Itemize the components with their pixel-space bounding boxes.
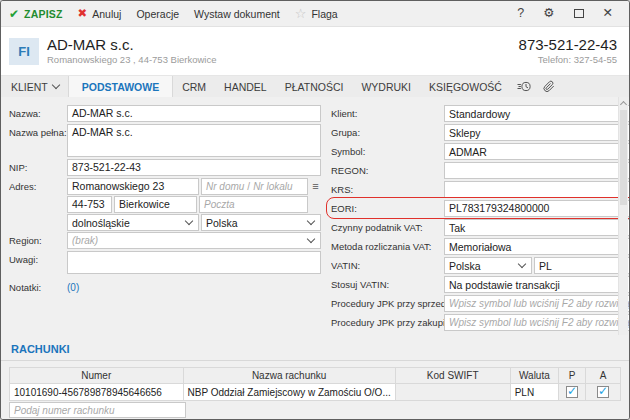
czynny-podatnik-vat-value: Tak	[449, 222, 465, 234]
cancel-label: Anuluj	[92, 8, 121, 20]
new-account-number-input[interactable]: Podaj numer rachunku	[9, 402, 186, 418]
gear-icon[interactable]: ⚙	[543, 7, 554, 20]
cancel-button[interactable]: ✖ Anuluj	[78, 8, 122, 20]
uwagi-textarea[interactable]	[67, 251, 321, 274]
symbol-input[interactable]: ADMAR ≡	[444, 143, 629, 160]
tab-handel[interactable]: HANDEL	[215, 76, 276, 97]
nazwa-label: Nazwa:	[9, 105, 67, 122]
wojewodztwo-select[interactable]: dolnośląskie	[67, 214, 199, 231]
tab-bar: KLIENT PODSTAWOWE CRM HANDEL PŁATNOŚCI W…	[1, 75, 629, 97]
issue-document-button[interactable]: Wystaw dokument	[194, 8, 280, 20]
symbol-value: ADMAR	[449, 146, 487, 158]
house-unit-number-input[interactable]: Nr domu/Nr lokalu	[201, 178, 308, 195]
tab-ksiegowosc[interactable]: KSIĘGOWOŚĆ	[420, 76, 511, 97]
help-button[interactable]: ?	[517, 7, 524, 20]
operations-label: Operacje	[136, 8, 179, 20]
klient-value: Standardowy	[449, 108, 510, 120]
column-header-a: A	[585, 368, 620, 384]
krs-input[interactable]	[444, 181, 629, 198]
flag-label: Flaga	[311, 8, 337, 20]
account-a-cell	[585, 384, 620, 401]
number-separator: /	[247, 181, 250, 192]
tab-podstawowe[interactable]: PODSTAWOWE	[68, 76, 173, 97]
header-address: Romanowskiego 23 , 44-753 Bierkowice	[47, 54, 519, 66]
chevron-down-icon	[307, 235, 315, 243]
klient-label: Klient:	[331, 105, 444, 122]
vatin-country-select[interactable]: Polska	[444, 257, 532, 274]
flag-button[interactable]: ☆ Flaga	[295, 7, 338, 20]
unit-number-placeholder: Nr lokalu	[253, 181, 292, 192]
form-column-left: Nazwa: AD-MAR s.c. Nazwa pełna: AD-MAR s…	[1, 97, 321, 336]
nip-input[interactable]: 873-521-22-43	[67, 159, 321, 176]
checkbox-a-checked[interactable]	[597, 386, 609, 398]
kraj-value: Polska	[206, 217, 238, 229]
nazwa-pelna-textarea[interactable]: AD-MAR s.c.	[67, 124, 321, 157]
adres-label: Adres:	[9, 178, 67, 195]
notatki-count-link[interactable]: (0)	[67, 279, 79, 293]
notatki-label: Notatki:	[9, 279, 67, 293]
tab-crm[interactable]: CRM	[173, 76, 215, 97]
city-input[interactable]: Bierkowice	[114, 196, 197, 213]
poczta-placeholder: Poczta	[204, 199, 235, 210]
czynny-podatnik-vat-select[interactable]: Tak	[444, 219, 629, 236]
chevron-down-icon	[307, 217, 315, 225]
regon-input[interactable]	[444, 162, 629, 179]
zip-input[interactable]: 44-753	[67, 196, 112, 213]
chevron-down-icon	[518, 260, 526, 268]
record-header: FI AD-MAR s.c. Romanowskiego 23 , 44-753…	[1, 27, 629, 75]
grupa-label: Grupa:	[331, 124, 444, 141]
vatin-code-input[interactable]: PL ≡	[534, 257, 629, 274]
tab-klient-selector[interactable]: KLIENT	[1, 76, 68, 97]
history-icon[interactable]	[511, 76, 537, 97]
close-button[interactable]: ✕	[603, 7, 613, 20]
account-swift-cell[interactable]	[395, 384, 510, 401]
app-window: ✔ ZAPISZ ✖ Anuluj Operacje Wystaw dokume…	[0, 0, 630, 420]
czynny-podatnik-vat-label: Czynny podatnik VAT:	[331, 219, 444, 236]
operations-menu-button[interactable]: Operacje	[136, 8, 179, 20]
check-icon: ✔	[9, 8, 19, 20]
account-name-cell[interactable]: NBP Oddział Zamiejscowy w Zamościu O/O..…	[183, 384, 395, 401]
scrollbar-up-arrow[interactable]	[619, 97, 628, 109]
new-account-row: Podaj numer rachunku	[9, 402, 629, 418]
metoda-rozliczania-vat-select[interactable]: Memoriałowa	[444, 238, 629, 255]
region-label: Region:	[9, 232, 67, 249]
checkbox-p-checked[interactable]	[566, 386, 578, 398]
section-divider	[1, 360, 629, 361]
street-input[interactable]: Romanowskiego 23	[67, 178, 199, 195]
nip-label: NIP:	[9, 159, 67, 176]
column-header-p: P	[559, 368, 586, 384]
account-number-cell[interactable]: 10101690-456789878945646656	[10, 384, 184, 401]
record-type-badge: FI	[9, 38, 39, 65]
symbol-label: Symbol:	[331, 143, 444, 160]
poczta-input[interactable]: Poczta	[199, 196, 308, 213]
stosuj-vatin-label: Stosuj VATIN:	[331, 276, 444, 293]
jpk-zakup-input[interactable]: Wpisz symbol lub wciśnij F2 aby rozwinąć…	[444, 314, 629, 331]
save-button[interactable]: ✔ ZAPISZ	[9, 8, 63, 20]
tab-platnosci[interactable]: PŁATNOŚCI	[276, 76, 353, 97]
account-currency-cell[interactable]: PLN	[510, 384, 558, 401]
krs-label: KRS:	[331, 181, 444, 198]
maximize-button[interactable]	[574, 9, 584, 18]
chevron-down-icon	[185, 217, 193, 225]
header-title-block: AD-MAR s.c. Romanowskiego 23 , 44-753 Bi…	[47, 36, 519, 66]
vatin-label: VATIN:	[331, 257, 444, 274]
issue-document-label: Wystaw dokument	[194, 8, 280, 20]
vertical-scrollbar[interactable]	[618, 97, 628, 335]
nazwa-input[interactable]: AD-MAR s.c.	[67, 105, 321, 122]
uwagi-label: Uwagi:	[9, 251, 67, 274]
attachments-paperclip-icon[interactable]	[537, 76, 561, 97]
address-menu-icon[interactable]: ≡	[310, 178, 321, 195]
jpk-sprzedaz-input[interactable]: Wpisz symbol lub wciśnij F2 aby rozwinąć…	[444, 295, 629, 312]
vatin-code-value: PL	[539, 260, 552, 272]
eori-input[interactable]: PL783179324800000	[444, 200, 629, 217]
tab-wydruki[interactable]: WYDRUKI	[352, 76, 420, 97]
scrollbar-thumb[interactable]	[620, 110, 627, 205]
region-select[interactable]: (brak)	[67, 232, 321, 249]
adres-label-spacer2	[9, 214, 67, 231]
grupa-select[interactable]: Sklepy	[444, 124, 629, 141]
klient-select[interactable]: Standardowy	[444, 105, 629, 122]
x-icon: ✖	[78, 8, 88, 20]
kraj-select[interactable]: Polska	[201, 214, 321, 231]
toolbar: ✔ ZAPISZ ✖ Anuluj Operacje Wystaw dokume…	[1, 1, 629, 27]
stosuj-vatin-select[interactable]: Na podstawie transakcji	[444, 276, 629, 293]
